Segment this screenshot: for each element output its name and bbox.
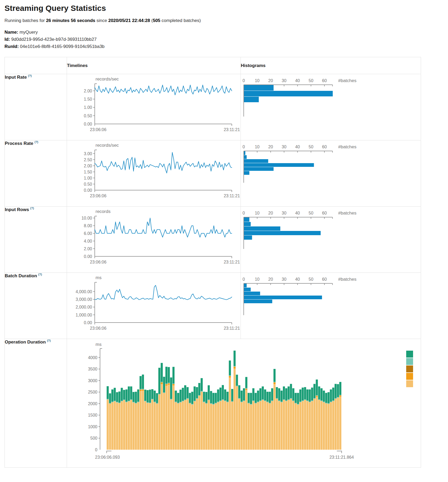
query-meta: Name: myQuery Id: 9d0dd219-995d-423e-b97… bbox=[4, 29, 448, 50]
row-label-input-rows: Input Rows (?) bbox=[5, 207, 67, 273]
table-row-input-rows: Input Rows (?) records0.002.004.006.008.… bbox=[5, 207, 421, 273]
svg-text:#batches: #batches bbox=[338, 277, 356, 282]
svg-text:40: 40 bbox=[295, 78, 300, 83]
svg-text:2000: 2000 bbox=[88, 401, 97, 406]
svg-text:4,000.00: 4,000.00 bbox=[76, 289, 92, 294]
help-icon[interactable]: (?) bbox=[30, 207, 34, 210]
batch-duration-timeline-cell: ms0.001,000.002,000.003,000.004,000.0023… bbox=[67, 273, 241, 339]
svg-text:#batches: #batches bbox=[338, 78, 356, 83]
svg-text:0.00: 0.00 bbox=[84, 320, 92, 325]
svg-text:1000: 1000 bbox=[88, 425, 97, 429]
help-icon[interactable]: (?) bbox=[47, 339, 51, 342]
running-suffix: completed batches) bbox=[160, 18, 201, 23]
svg-text:23:06:06: 23:06:06 bbox=[90, 194, 106, 198]
legend-swatch bbox=[406, 365, 413, 372]
operation-duration-chart: ms0500100015002000250030003500400023:06:… bbox=[67, 339, 421, 467]
stats-table: Timelines Histograms Input Rate (?) reco… bbox=[4, 57, 421, 468]
svg-text:4.00: 4.00 bbox=[84, 239, 92, 243]
svg-text:records/sec: records/sec bbox=[96, 77, 119, 82]
running-middle: since bbox=[95, 18, 108, 23]
input-rate-histogram-chart: 0102030405060#batches bbox=[241, 74, 420, 140]
svg-text:1.00: 1.00 bbox=[84, 176, 92, 180]
svg-text:20: 20 bbox=[268, 78, 273, 83]
svg-text:60: 60 bbox=[322, 145, 327, 149]
svg-text:3500: 3500 bbox=[88, 367, 97, 371]
svg-text:23:11:21: 23:11:21 bbox=[224, 127, 240, 132]
page-title: Streaming Query Statistics bbox=[4, 4, 448, 13]
svg-text:30: 30 bbox=[282, 78, 287, 83]
svg-text:0: 0 bbox=[243, 211, 245, 215]
running-paren: ( bbox=[150, 18, 153, 23]
help-icon[interactable]: (?) bbox=[28, 74, 32, 77]
query-id-label: Id: bbox=[4, 37, 10, 42]
svg-text:records: records bbox=[96, 209, 111, 214]
table-row-process-rate: Process Rate (?) records/sec0.000.501.00… bbox=[5, 140, 421, 207]
svg-text:60: 60 bbox=[322, 277, 327, 282]
svg-text:1.50: 1.50 bbox=[84, 170, 92, 174]
svg-text:1.50: 1.50 bbox=[84, 97, 92, 101]
svg-text:4000: 4000 bbox=[88, 355, 97, 360]
column-header-metric bbox=[5, 57, 67, 74]
process-rate-timeline-cell: records/sec0.000.501.001.502.002.503.002… bbox=[67, 140, 241, 207]
row-label-batch-duration: Batch Duration (?) bbox=[5, 273, 67, 339]
table-row-input-rate: Input Rate (?) records/sec0.000.501.001.… bbox=[5, 74, 421, 140]
svg-text:8.00: 8.00 bbox=[84, 224, 92, 228]
svg-text:2.00: 2.00 bbox=[84, 164, 92, 168]
svg-text:3,000.00: 3,000.00 bbox=[76, 297, 92, 302]
svg-text:23:11:21.864: 23:11:21.864 bbox=[329, 455, 354, 459]
svg-text:2.50: 2.50 bbox=[84, 158, 92, 162]
process-rate-histogram-cell: 0102030405060#batches bbox=[241, 140, 421, 207]
query-runid-label: RunId: bbox=[4, 44, 19, 49]
svg-text:10.00: 10.00 bbox=[82, 216, 92, 220]
svg-text:3000: 3000 bbox=[88, 378, 97, 383]
svg-text:40: 40 bbox=[295, 211, 300, 215]
batch-duration-timeline-chart: ms0.001,000.002,000.003,000.004,000.0023… bbox=[67, 273, 240, 338]
batch-duration-histogram-cell: 0102030405060#batches bbox=[241, 273, 421, 339]
svg-text:6.00: 6.00 bbox=[84, 231, 92, 236]
svg-text:50: 50 bbox=[309, 211, 313, 215]
svg-text:2.00: 2.00 bbox=[84, 89, 92, 93]
svg-text:20: 20 bbox=[268, 211, 273, 215]
svg-text:1.00: 1.00 bbox=[84, 105, 92, 110]
column-header-histograms: Histograms bbox=[241, 57, 421, 74]
batch-duration-histogram-chart: 0102030405060#batches bbox=[241, 273, 420, 338]
svg-text:20: 20 bbox=[268, 145, 273, 149]
table-row-batch-duration: Batch Duration (?) ms0.001,000.002,000.0… bbox=[5, 273, 421, 339]
input-rate-timeline-cell: records/sec0.000.501.001.502.0023:06:062… bbox=[67, 74, 241, 140]
running-prefix: Running batches for bbox=[4, 18, 46, 23]
svg-text:23:11:21: 23:11:21 bbox=[224, 194, 240, 198]
svg-text:10: 10 bbox=[255, 145, 260, 149]
svg-text:0: 0 bbox=[95, 448, 97, 452]
metric-label: Process Rate bbox=[5, 141, 33, 146]
table-header-row: Timelines Histograms bbox=[5, 57, 421, 74]
help-icon[interactable]: (?) bbox=[34, 140, 38, 144]
svg-text:10: 10 bbox=[255, 211, 260, 215]
svg-text:#batches: #batches bbox=[338, 211, 356, 216]
svg-text:records/sec: records/sec bbox=[96, 143, 119, 148]
svg-text:50: 50 bbox=[309, 145, 313, 149]
input-rows-timeline-chart: records0.002.004.006.008.0010.0023:06:06… bbox=[67, 207, 240, 272]
svg-text:3.00: 3.00 bbox=[84, 151, 92, 156]
svg-text:60: 60 bbox=[322, 211, 327, 215]
input-rows-histogram-chart: 0102030405060#batches bbox=[241, 207, 420, 272]
query-runid-line: RunId: 04e101e6-8bf8-4165-9099-9104c951b… bbox=[4, 43, 448, 50]
streaming-statistics-page: Streaming Query Statistics Running batch… bbox=[0, 0, 448, 468]
input-rows-histogram-cell: 0102030405060#batches bbox=[241, 207, 421, 273]
svg-text:0.00: 0.00 bbox=[84, 254, 92, 259]
column-header-timelines: Timelines bbox=[67, 57, 241, 74]
svg-text:2500: 2500 bbox=[88, 390, 97, 394]
running-batches-line: Running batches for 26 minutes 56 second… bbox=[4, 18, 448, 23]
help-icon[interactable]: (?) bbox=[38, 273, 42, 276]
legend-swatch bbox=[406, 358, 413, 365]
svg-text:23:06:06: 23:06:06 bbox=[90, 326, 106, 331]
svg-text:ms: ms bbox=[96, 275, 102, 280]
svg-text:23:06:06: 23:06:06 bbox=[90, 260, 106, 264]
query-name-value: myQuery bbox=[18, 30, 38, 35]
operation-duration-cell: ms0500100015002000250030003500400023:06:… bbox=[67, 339, 421, 468]
input-rate-histogram-cell: 0102030405060#batches bbox=[241, 74, 421, 140]
svg-text:40: 40 bbox=[295, 277, 300, 282]
svg-text:ms: ms bbox=[96, 342, 102, 347]
svg-text:23:06:06.093: 23:06:06.093 bbox=[95, 455, 120, 459]
running-batch-count: 505 bbox=[153, 18, 160, 23]
legend-swatch bbox=[406, 351, 413, 358]
